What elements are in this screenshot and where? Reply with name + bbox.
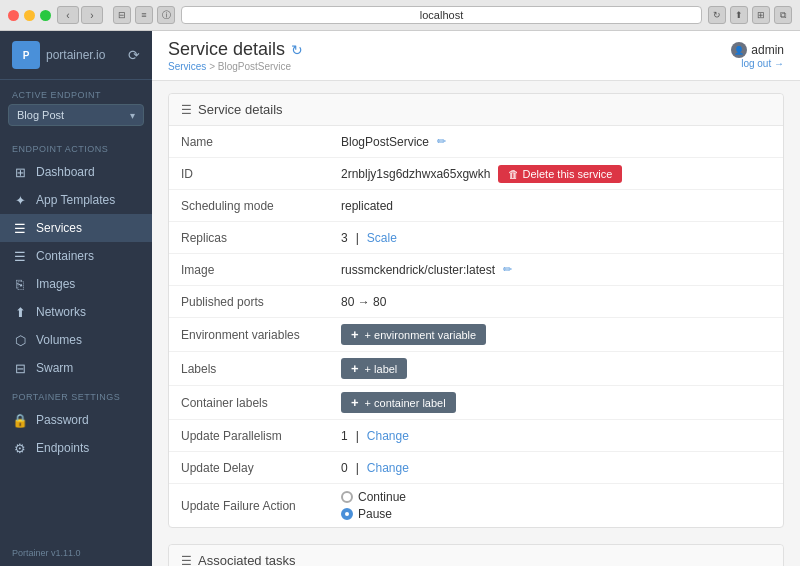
name-edit-icon[interactable]: ✏ <box>437 135 446 148</box>
new-tab-icon[interactable]: ⊞ <box>752 6 770 24</box>
sidebar-logo: P portainer.io ⟳ <box>0 31 152 80</box>
sidebar-item-swarm[interactable]: ⊟ Swarm <box>0 354 152 382</box>
sidebar-item-label: Services <box>36 221 82 235</box>
traffic-lights <box>8 10 51 21</box>
sidebar-item-label: Networks <box>36 305 86 319</box>
detail-row-replicas: Replicas 3 | Scale <box>169 222 783 254</box>
minimize-button[interactable] <box>24 10 35 21</box>
service-detail-table: Name BlogPostService ✏ ID 2rnbljy1sg6dzh… <box>169 126 783 527</box>
admin-avatar: 👤 <box>731 42 747 58</box>
sidebar-item-label: Volumes <box>36 333 82 347</box>
detail-row-image: Image russmckendrick/cluster:latest ✏ <box>169 254 783 286</box>
back-button[interactable]: ‹ <box>57 6 79 24</box>
sidebar-item-app-templates[interactable]: ✦ App Templates <box>0 186 152 214</box>
nav-arrows: ‹ › <box>57 6 103 24</box>
sidebar-item-password[interactable]: 🔒 Password <box>0 406 152 434</box>
detail-row-delay: Update Delay 0 | Change <box>169 452 783 484</box>
sidebar-toggle[interactable]: ⊟ <box>113 6 131 24</box>
detail-row-id: ID 2rnbljy1sg6dzhwxa65xgwkh 🗑 Delete thi… <box>169 158 783 190</box>
sidebar-item-containers[interactable]: ☰ Containers <box>0 242 152 270</box>
share-icon[interactable]: ⬆ <box>730 6 748 24</box>
reader-mode[interactable]: ≡ <box>135 6 153 24</box>
container-labels-value: + + container label <box>341 392 771 413</box>
service-details-title: Service details <box>198 102 283 117</box>
endpoint-name: Blog Post <box>17 109 64 121</box>
forward-button[interactable]: › <box>81 6 103 24</box>
volumes-icon: ⬡ <box>12 332 28 348</box>
detail-row-env: Environment variables + + environment va… <box>169 318 783 352</box>
name-label: Name <box>181 135 341 149</box>
sidebar-item-dashboard[interactable]: ⊞ Dashboard <box>0 158 152 186</box>
dashboard-icon: ⊞ <box>12 164 28 180</box>
sidebar-refresh-icon[interactable]: ⟳ <box>128 47 140 63</box>
sidebar: P portainer.io ⟳ ACTIVE ENDPOINT Blog Po… <box>0 31 152 566</box>
endpoint-actions-label: ENDPOINT ACTIONS <box>0 134 152 158</box>
detail-row-failure-action: Update Failure Action Continue <box>169 484 783 527</box>
service-details-card-header: ☰ Service details <box>169 94 783 126</box>
sidebar-item-label: Containers <box>36 249 94 263</box>
env-value: + + environment variable <box>341 324 771 345</box>
sidebar-footer: Portainer v1.11.0 <box>0 540 152 566</box>
close-button[interactable] <box>8 10 19 21</box>
page-refresh-icon[interactable]: ↻ <box>291 42 303 58</box>
radio-pause-label: Pause <box>358 507 392 521</box>
address-bar[interactable]: localhost <box>181 6 702 24</box>
radio-pause[interactable]: Pause <box>341 507 406 521</box>
image-edit-icon[interactable]: ✏ <box>503 263 512 276</box>
radio-pause-circle <box>341 508 353 520</box>
radio-continue-label: Continue <box>358 490 406 504</box>
labels-value: + + label <box>341 358 771 379</box>
services-icon: ☰ <box>12 220 28 236</box>
detail-row-ports: Published ports 80 → 80 <box>169 286 783 318</box>
name-value: BlogPostService ✏ <box>341 135 771 149</box>
delete-service-button[interactable]: 🗑 Delete this service <box>498 165 622 183</box>
sidebar-item-label: Swarm <box>36 361 73 375</box>
sidebar-item-label: Dashboard <box>36 165 95 179</box>
info-icon[interactable]: ⓘ <box>157 6 175 24</box>
browser-chrome: ‹ › ⊟ ≡ ⓘ localhost ↻ ⬆ ⊞ ⧉ <box>0 0 800 31</box>
images-icon: ⎘ <box>12 276 28 292</box>
sidebar-item-services[interactable]: ☰ Services <box>0 214 152 242</box>
parallelism-change-link[interactable]: Change <box>367 429 409 443</box>
tasks-title: Associated tasks <box>198 553 296 566</box>
scale-link[interactable]: Scale <box>367 231 397 245</box>
sidebar-item-endpoints[interactable]: ⚙ Endpoints <box>0 434 152 462</box>
add-env-button[interactable]: + + environment variable <box>341 324 486 345</box>
tabs-icon[interactable]: ⧉ <box>774 6 792 24</box>
browser-icons-right: ↻ ⬆ ⊞ ⧉ <box>708 6 792 24</box>
scheduling-value: replicated <box>341 199 771 213</box>
add-label-button[interactable]: + + label <box>341 358 407 379</box>
admin-label: 👤 admin <box>731 42 784 58</box>
containers-icon: ☰ <box>12 248 28 264</box>
endpoint-selector[interactable]: Blog Post ▾ <box>8 104 144 126</box>
sidebar-item-networks[interactable]: ⬆ Networks <box>0 298 152 326</box>
sidebar-item-label: Endpoints <box>36 441 89 455</box>
sidebar-item-images[interactable]: ⎘ Images <box>0 270 152 298</box>
image-label: Image <box>181 263 341 277</box>
failure-label: Update Failure Action <box>181 499 341 513</box>
page-title: Service details <box>168 39 285 60</box>
logout-link[interactable]: log out → <box>741 58 784 69</box>
swarm-icon: ⊟ <box>12 360 28 376</box>
add-container-label-button[interactable]: + + container label <box>341 392 456 413</box>
breadcrumb-services-link[interactable]: Services <box>168 61 206 72</box>
main-content: Service details ↻ Services > BlogPostSer… <box>152 31 800 566</box>
container-labels-label: Container labels <box>181 396 341 410</box>
ports-label: Published ports <box>181 295 341 309</box>
parallelism-value: 1 | Change <box>341 429 771 443</box>
admin-name: admin <box>751 43 784 57</box>
detail-row-scheduling: Scheduling mode replicated <box>169 190 783 222</box>
admin-section: 👤 admin log out → <box>731 42 784 69</box>
radio-continue[interactable]: Continue <box>341 490 406 504</box>
failure-radio-group: Continue Pause <box>341 490 406 521</box>
labels-label: Labels <box>181 362 341 376</box>
top-header: Service details ↻ Services > BlogPostSer… <box>152 31 800 81</box>
sidebar-item-volumes[interactable]: ⬡ Volumes <box>0 326 152 354</box>
version-label: Portainer v1.11.0 <box>12 548 81 558</box>
reload-icon[interactable]: ↻ <box>708 6 726 24</box>
detail-row-name: Name BlogPostService ✏ <box>169 126 783 158</box>
endpoints-icon: ⚙ <box>12 440 28 456</box>
delay-change-link[interactable]: Change <box>367 461 409 475</box>
maximize-button[interactable] <box>40 10 51 21</box>
breadcrumb-separator: > <box>209 61 218 72</box>
